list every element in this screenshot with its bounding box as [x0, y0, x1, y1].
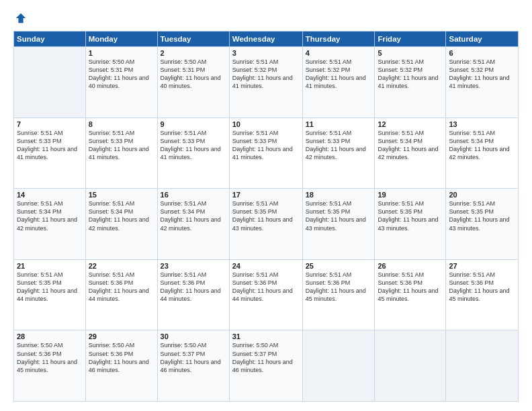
cell-text: Sunrise: 5:51 AMSunset: 5:35 PMDaylight:…: [17, 271, 77, 302]
day-number: 4: [306, 49, 372, 57]
calendar-cell: 1Sunrise: 5:50 AMSunset: 5:31 PMDaylight…: [85, 47, 157, 118]
svg-marker-0: [16, 13, 26, 23]
cell-text: Sunrise: 5:50 AMSunset: 5:37 PMDaylight:…: [232, 342, 293, 373]
day-number: 11: [306, 120, 372, 128]
calendar-cell: 27Sunrise: 5:51 AMSunset: 5:36 PMDayligh…: [446, 259, 519, 330]
calendar-cell: 10Sunrise: 5:51 AMSunset: 5:33 PMDayligh…: [229, 118, 302, 189]
cell-text: Sunrise: 5:51 AMSunset: 5:35 PMDaylight:…: [449, 200, 509, 231]
weekday-header: Monday: [85, 32, 157, 47]
calendar-cell: 23Sunrise: 5:51 AMSunset: 5:36 PMDayligh…: [157, 259, 229, 330]
calendar-cell: [446, 330, 519, 402]
cell-text: Sunrise: 5:51 AMSunset: 5:36 PMDaylight:…: [378, 271, 438, 302]
calendar-cell: 8Sunrise: 5:51 AMSunset: 5:33 PMDaylight…: [85, 118, 157, 189]
weekday-header: Tuesday: [157, 32, 229, 47]
cell-text: Sunrise: 5:51 AMSunset: 5:34 PMDaylight:…: [378, 130, 438, 161]
weekday-header: Saturday: [446, 32, 519, 47]
day-number: 15: [89, 191, 154, 199]
cell-text: Sunrise: 5:50 AMSunset: 5:31 PMDaylight:…: [89, 58, 149, 89]
calendar-cell: 11Sunrise: 5:51 AMSunset: 5:33 PMDayligh…: [302, 118, 375, 189]
cell-text: Sunrise: 5:51 AMSunset: 5:36 PMDaylight:…: [449, 271, 509, 302]
weekday-header: Wednesday: [229, 32, 302, 47]
weekday-header: Thursday: [302, 32, 375, 47]
calendar-cell: 13Sunrise: 5:51 AMSunset: 5:34 PMDayligh…: [446, 118, 519, 189]
day-number: 7: [17, 120, 83, 128]
weekday-header: Sunday: [14, 32, 86, 47]
logo-icon: [15, 12, 27, 24]
calendar-cell: [14, 47, 86, 118]
cell-text: Sunrise: 5:51 AMSunset: 5:34 PMDaylight:…: [161, 200, 221, 231]
day-number: 20: [449, 191, 515, 199]
day-number: 8: [89, 120, 154, 128]
cell-text: Sunrise: 5:50 AMSunset: 5:31 PMDaylight:…: [161, 58, 221, 89]
page: SundayMondayTuesdayWednesdayThursdayFrid…: [0, 0, 532, 411]
day-number: 16: [161, 191, 226, 199]
calendar-cell: 31Sunrise: 5:50 AMSunset: 5:37 PMDayligh…: [229, 330, 302, 402]
day-number: 18: [306, 191, 372, 199]
calendar-cell: 15Sunrise: 5:51 AMSunset: 5:34 PMDayligh…: [85, 189, 157, 260]
day-number: 25: [306, 262, 372, 270]
cell-text: Sunrise: 5:51 AMSunset: 5:35 PMDaylight:…: [306, 200, 366, 231]
cell-text: Sunrise: 5:51 AMSunset: 5:36 PMDaylight:…: [232, 271, 293, 302]
calendar-cell: 25Sunrise: 5:51 AMSunset: 5:36 PMDayligh…: [302, 259, 375, 330]
calendar-cell: 4Sunrise: 5:51 AMSunset: 5:32 PMDaylight…: [302, 47, 375, 118]
calendar-cell: 29Sunrise: 5:50 AMSunset: 5:36 PMDayligh…: [85, 330, 157, 402]
day-number: 12: [378, 120, 443, 128]
day-number: 23: [161, 262, 226, 270]
calendar-cell: 14Sunrise: 5:51 AMSunset: 5:34 PMDayligh…: [14, 189, 86, 260]
day-number: 19: [378, 191, 443, 199]
cell-text: Sunrise: 5:51 AMSunset: 5:35 PMDaylight:…: [378, 200, 438, 231]
logo: [13, 12, 27, 24]
day-number: 26: [378, 262, 443, 270]
calendar-cell: 5Sunrise: 5:51 AMSunset: 5:32 PMDaylight…: [375, 47, 446, 118]
cell-text: Sunrise: 5:51 AMSunset: 5:36 PMDaylight:…: [306, 271, 366, 302]
calendar-cell: 2Sunrise: 5:50 AMSunset: 5:31 PMDaylight…: [157, 47, 229, 118]
cell-text: Sunrise: 5:51 AMSunset: 5:33 PMDaylight:…: [17, 130, 77, 161]
cell-text: Sunrise: 5:51 AMSunset: 5:35 PMDaylight:…: [232, 200, 293, 231]
day-number: 21: [17, 262, 83, 270]
day-number: 2: [161, 49, 226, 57]
cell-text: Sunrise: 5:51 AMSunset: 5:32 PMDaylight:…: [232, 58, 293, 89]
cell-text: Sunrise: 5:51 AMSunset: 5:33 PMDaylight:…: [89, 130, 149, 161]
calendar-cell: 30Sunrise: 5:50 AMSunset: 5:37 PMDayligh…: [157, 330, 229, 402]
calendar-cell: 22Sunrise: 5:51 AMSunset: 5:36 PMDayligh…: [85, 259, 157, 330]
day-number: 24: [232, 262, 300, 270]
day-number: 31: [232, 332, 300, 340]
calendar-cell: [302, 330, 375, 402]
calendar-table: SundayMondayTuesdayWednesdayThursdayFrid…: [13, 31, 519, 402]
cell-text: Sunrise: 5:51 AMSunset: 5:34 PMDaylight:…: [449, 130, 509, 161]
calendar-cell: 26Sunrise: 5:51 AMSunset: 5:36 PMDayligh…: [375, 259, 446, 330]
day-number: 28: [17, 332, 83, 340]
calendar-cell: 21Sunrise: 5:51 AMSunset: 5:35 PMDayligh…: [14, 259, 86, 330]
calendar-cell: 3Sunrise: 5:51 AMSunset: 5:32 PMDaylight…: [229, 47, 302, 118]
calendar-cell: 16Sunrise: 5:51 AMSunset: 5:34 PMDayligh…: [157, 189, 229, 260]
day-number: 22: [89, 262, 154, 270]
calendar-cell: 19Sunrise: 5:51 AMSunset: 5:35 PMDayligh…: [375, 189, 446, 260]
calendar-cell: 12Sunrise: 5:51 AMSunset: 5:34 PMDayligh…: [375, 118, 446, 189]
calendar-cell: 7Sunrise: 5:51 AMSunset: 5:33 PMDaylight…: [14, 118, 86, 189]
cell-text: Sunrise: 5:50 AMSunset: 5:36 PMDaylight:…: [17, 342, 77, 373]
calendar-cell: 9Sunrise: 5:51 AMSunset: 5:33 PMDaylight…: [157, 118, 229, 189]
cell-text: Sunrise: 5:51 AMSunset: 5:36 PMDaylight:…: [89, 271, 149, 302]
cell-text: Sunrise: 5:50 AMSunset: 5:37 PMDaylight:…: [161, 342, 221, 373]
day-number: 14: [17, 191, 83, 199]
day-number: 5: [378, 49, 443, 57]
header: [13, 12, 519, 24]
day-number: 27: [449, 262, 515, 270]
cell-text: Sunrise: 5:51 AMSunset: 5:34 PMDaylight:…: [17, 200, 77, 231]
weekday-header: Friday: [375, 32, 446, 47]
cell-text: Sunrise: 5:51 AMSunset: 5:32 PMDaylight:…: [378, 58, 438, 89]
calendar-cell: 6Sunrise: 5:51 AMSunset: 5:32 PMDaylight…: [446, 47, 519, 118]
cell-text: Sunrise: 5:51 AMSunset: 5:32 PMDaylight:…: [306, 58, 366, 89]
cell-text: Sunrise: 5:50 AMSunset: 5:36 PMDaylight:…: [89, 342, 149, 373]
day-number: 1: [89, 49, 154, 57]
cell-text: Sunrise: 5:51 AMSunset: 5:32 PMDaylight:…: [449, 58, 509, 89]
calendar-cell: 20Sunrise: 5:51 AMSunset: 5:35 PMDayligh…: [446, 189, 519, 260]
day-number: 17: [232, 191, 300, 199]
day-number: 30: [161, 332, 226, 340]
cell-text: Sunrise: 5:51 AMSunset: 5:34 PMDaylight:…: [89, 200, 149, 231]
day-number: 10: [232, 120, 300, 128]
cell-text: Sunrise: 5:51 AMSunset: 5:33 PMDaylight:…: [232, 130, 293, 161]
cell-text: Sunrise: 5:51 AMSunset: 5:36 PMDaylight:…: [161, 271, 221, 302]
day-number: 3: [232, 49, 300, 57]
day-number: 9: [161, 120, 226, 128]
